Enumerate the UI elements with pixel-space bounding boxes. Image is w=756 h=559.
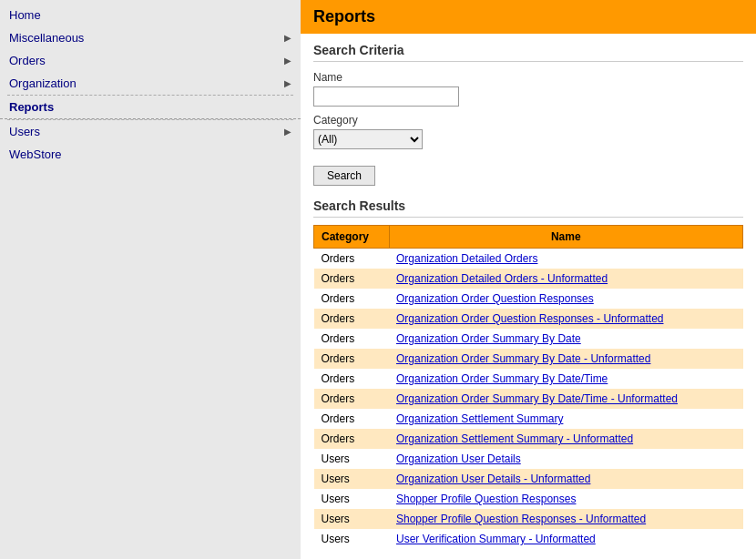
table-row: OrdersOrganization Order Summary By Date — [314, 329, 743, 349]
sidebar-item-orders[interactable]: Orders▶ — [0, 49, 301, 72]
category-cell: Orders — [314, 429, 390, 449]
category-label: Category — [313, 114, 743, 127]
name-label: Name — [313, 71, 743, 84]
name-cell: Organization Settlement Summary - Unform… — [389, 429, 743, 449]
page-header: Reports — [301, 0, 756, 34]
name-input[interactable] — [313, 86, 459, 107]
page-title: Reports — [313, 7, 375, 25]
table-row: OrdersOrganization Order Question Respon… — [314, 289, 743, 309]
sidebar-item-reports[interactable]: Reports — [0, 96, 301, 119]
category-select[interactable]: (All)OrdersUsers — [313, 129, 423, 149]
table-row: OrdersOrganization Order Summary By Date… — [314, 349, 743, 369]
name-cell: Organization Order Question Responses — [389, 289, 743, 309]
table-row: UsersOrganization User Details - Unforma… — [314, 469, 743, 489]
table-header-row: Category Name — [314, 226, 743, 249]
search-results-title: Search Results — [313, 198, 743, 218]
category-cell: Orders — [314, 329, 390, 349]
category-cell: Orders — [314, 389, 390, 409]
category-cell: Orders — [314, 349, 390, 369]
category-cell: Orders — [314, 289, 390, 309]
search-criteria-section: Search Criteria Name Category (All)Order… — [313, 43, 743, 186]
sidebar-item-label-organization: Organization — [9, 76, 77, 90]
sidebar-item-organization[interactable]: Organization▶ — [0, 72, 301, 95]
category-cell: Users — [314, 449, 390, 469]
report-link[interactable]: Organization User Details — [396, 452, 521, 465]
name-column-header: Name — [389, 226, 743, 249]
table-row: UsersShopper Profile Question Responses — [314, 489, 743, 509]
category-cell: Orders — [314, 309, 390, 329]
name-cell: Organization User Details - Unformatted — [389, 469, 743, 489]
results-table-body: OrdersOrganization Detailed OrdersOrders… — [314, 249, 743, 550]
search-criteria-title: Search Criteria — [313, 43, 743, 62]
table-row: OrdersOrganization Settlement Summary — [314, 409, 743, 429]
report-link[interactable]: Organization Order Summary By Date/Time — [396, 372, 608, 385]
report-link[interactable]: Organization Order Question Responses - … — [396, 312, 663, 325]
sidebar: HomeMiscellaneous▶Orders▶Organization▶Re… — [0, 0, 301, 559]
report-link[interactable]: Organization User Details - Unformatted — [396, 473, 590, 485]
sidebar-item-label-users: Users — [9, 125, 40, 138]
table-row: OrdersOrganization Order Summary By Date… — [314, 389, 743, 409]
table-row: UsersUser Verification Summary - Unforma… — [314, 529, 743, 549]
sidebar-item-label-webstore: WebStore — [9, 147, 62, 161]
name-cell: Shopper Profile Question Responses — [389, 489, 743, 509]
name-cell: Organization Detailed Orders — [389, 249, 743, 269]
name-cell: Organization Settlement Summary — [389, 409, 743, 429]
table-row: UsersOrganization User Details — [314, 449, 743, 469]
arrow-icon-organization: ▶ — [284, 78, 291, 88]
category-cell: Users — [314, 509, 390, 529]
category-cell: Orders — [314, 269, 390, 289]
name-cell: Organization Order Summary By Date - Unf… — [389, 349, 743, 369]
arrow-icon-orders: ▶ — [284, 56, 291, 66]
sidebar-item-webstore[interactable]: WebStore — [0, 143, 301, 166]
content-area: Search Criteria Name Category (All)Order… — [301, 34, 756, 558]
name-cell: Shopper Profile Question Responses - Unf… — [389, 509, 743, 529]
category-column-header: Category — [314, 226, 390, 249]
report-link[interactable]: Organization Order Summary By Date — [396, 332, 581, 345]
report-link[interactable]: Organization Settlement Summary - Unform… — [396, 432, 633, 445]
name-cell: Organization User Details — [389, 449, 743, 469]
table-row: OrdersOrganization Order Summary By Date… — [314, 369, 743, 389]
sidebar-item-label-home: Home — [9, 8, 41, 22]
category-cell: Users — [314, 529, 390, 549]
report-link[interactable]: Organization Order Summary By Date - Unf… — [396, 352, 650, 365]
category-cell: Users — [314, 489, 390, 509]
sidebar-item-label-orders: Orders — [9, 54, 46, 67]
report-link[interactable]: Organization Settlement Summary — [396, 412, 563, 425]
table-row: OrdersOrganization Detailed Orders — [314, 249, 743, 269]
name-cell: Organization Order Summary By Date — [389, 329, 743, 349]
table-row: OrdersOrganization Order Question Respon… — [314, 309, 743, 329]
name-form-group: Name — [313, 71, 743, 107]
table-row: OrdersOrganization Detailed Orders - Unf… — [314, 269, 743, 289]
name-cell: Organization Order Summary By Date/Time — [389, 369, 743, 389]
sidebar-item-users[interactable]: Users▶ — [0, 120, 301, 143]
results-table: Category Name OrdersOrganization Detaile… — [313, 225, 743, 549]
category-form-group: Category (All)OrdersUsers — [313, 114, 743, 149]
sidebar-item-label-miscellaneous: Miscellaneous — [9, 31, 84, 45]
search-button[interactable]: Search — [313, 166, 375, 186]
sidebar-item-home[interactable]: Home — [0, 4, 301, 26]
report-link[interactable]: Organization Order Question Responses — [396, 292, 594, 305]
main-content: Reports Search Criteria Name Category (A… — [301, 0, 756, 559]
name-cell: Organization Order Summary By Date/Time … — [389, 389, 743, 409]
search-results-section: Search Results Category Name OrdersOrgan… — [313, 198, 743, 549]
report-link[interactable]: Organization Order Summary By Date/Time … — [396, 392, 678, 405]
report-link[interactable]: Organization Detailed Orders — [396, 252, 537, 265]
sidebar-item-label-reports: Reports — [9, 100, 54, 114]
category-cell: Orders — [314, 409, 390, 429]
report-link[interactable]: Organization Detailed Orders - Unformatt… — [396, 272, 608, 285]
arrow-icon-miscellaneous: ▶ — [284, 33, 291, 43]
category-cell: Users — [314, 469, 390, 489]
report-link[interactable]: User Verification Summary - Unformatted — [396, 533, 596, 545]
table-row: UsersShopper Profile Question Responses … — [314, 509, 743, 529]
sidebar-item-miscellaneous[interactable]: Miscellaneous▶ — [0, 26, 301, 49]
arrow-icon-users: ▶ — [284, 127, 291, 137]
report-link[interactable]: Shopper Profile Question Responses - Unf… — [396, 513, 646, 525]
report-link[interactable]: Shopper Profile Question Responses — [396, 493, 576, 505]
name-cell: Organization Detailed Orders - Unformatt… — [389, 269, 743, 289]
name-cell: Organization Order Question Responses - … — [389, 309, 743, 329]
table-row: OrdersOrganization Settlement Summary - … — [314, 429, 743, 449]
name-cell: User Verification Summary - Unformatted — [389, 529, 743, 549]
category-cell: Orders — [314, 249, 390, 269]
category-cell: Orders — [314, 369, 390, 389]
